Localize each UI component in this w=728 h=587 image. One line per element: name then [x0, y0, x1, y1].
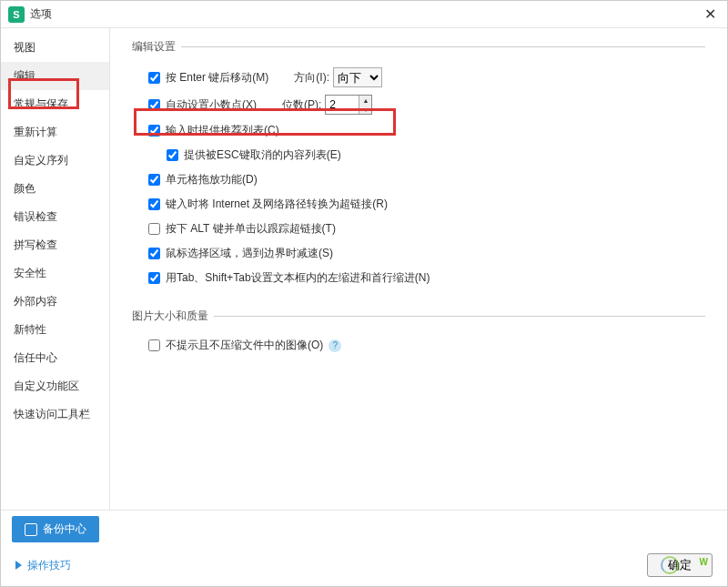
backup-center-label: 备份中心 [43, 521, 86, 537]
mouse-slow-label: 鼠标选择区域，遇到边界时减速(S) [166, 246, 333, 261]
footer: 备份中心 操作技巧 确定 W [1, 510, 727, 586]
no-compress-label: 不提示且不压缩文件中的图像(O) [166, 338, 323, 353]
hyperlink-label: 键入时将 Internet 及网络路径转换为超链接(R) [166, 197, 388, 212]
no-compress-checkbox[interactable] [148, 339, 160, 351]
esc-list-checkbox[interactable] [167, 149, 178, 161]
input-suggest-label: 输入时提供推荐列表(C) [166, 123, 279, 138]
tab-indent-label: 用Tab、Shift+Tab设置文本框内的左缩进和首行缩进(N) [166, 270, 430, 286]
content-panel: 编辑设置 按 Enter 键后移动(M) 方向(I): 向下 自动设置小数点(X… [110, 28, 727, 510]
close-button[interactable]: ✕ [701, 5, 720, 23]
backup-icon [25, 523, 37, 536]
watermark-circle-icon [661, 556, 679, 574]
tips-link[interactable]: 操作技巧 [15, 558, 71, 573]
backup-center-button[interactable]: 备份中心 [12, 516, 99, 542]
sidebar-item-recalc[interactable]: 重新计算 [1, 118, 109, 147]
drag-drop-checkbox[interactable] [148, 174, 160, 186]
direction-label: 方向(I): [294, 70, 329, 86]
esc-list-label: 提供被ESC键取消的内容列表(E) [184, 147, 341, 163]
digits-label: 位数(P): [282, 97, 321, 113]
mouse-slow-checkbox[interactable] [148, 248, 160, 259]
sidebar-item-color[interactable]: 颜色 [1, 175, 109, 203]
ok-button[interactable]: 确定 W [647, 553, 713, 577]
alt-track-label: 按下 ALT 键并单击以跟踪超链接(T) [166, 221, 336, 237]
edit-settings-group: 编辑设置 按 Enter 键后移动(M) 方向(I): 向下 自动设置小数点(X… [132, 39, 705, 296]
help-icon[interactable]: ? [329, 339, 341, 352]
digits-input[interactable] [326, 96, 359, 114]
sidebar-item-view[interactable]: 视图 [1, 34, 109, 62]
enter-move-checkbox[interactable] [148, 72, 160, 84]
image-quality-legend: 图片大小和质量 [132, 309, 214, 324]
sidebar-item-edit[interactable]: 编辑 [1, 62, 109, 90]
watermark-text: W [700, 557, 708, 567]
sidebar-item-external[interactable]: 外部内容 [1, 288, 109, 316]
sidebar: 视图 编辑 常规与保存 重新计算 自定义序列 颜色 错误检查 拼写检查 安全性 … [1, 28, 110, 510]
sidebar-item-custom-seq[interactable]: 自定义序列 [1, 147, 109, 175]
tab-indent-checkbox[interactable] [148, 272, 160, 284]
app-icon: S [8, 6, 25, 23]
auto-decimal-checkbox[interactable] [148, 99, 160, 111]
sidebar-item-spell-check[interactable]: 拼写检查 [1, 231, 109, 259]
sidebar-item-security[interactable]: 安全性 [1, 259, 109, 288]
hyperlink-checkbox[interactable] [148, 198, 160, 210]
auto-decimal-label: 自动设置小数点(X) [166, 97, 257, 113]
sidebar-item-custom-ribbon[interactable]: 自定义功能区 [1, 372, 109, 400]
sidebar-item-new-features[interactable]: 新特性 [1, 316, 109, 344]
digits-up-button[interactable]: ▲ [359, 96, 371, 105]
play-icon [15, 561, 22, 570]
image-quality-group: 图片大小和质量 不提示且不压缩文件中的图像(O) ? [132, 309, 705, 363]
titlebar: S 选项 ✕ [1, 1, 727, 28]
sidebar-item-quick-access[interactable]: 快速访问工具栏 [1, 400, 109, 429]
window-title: 选项 [30, 6, 701, 22]
sidebar-item-error-check[interactable]: 错误检查 [1, 203, 109, 231]
digits-down-button[interactable]: ▼ [359, 105, 371, 114]
tips-label: 操作技巧 [27, 558, 71, 573]
sidebar-item-trust-center[interactable]: 信任中心 [1, 344, 109, 372]
input-suggest-checkbox[interactable] [148, 125, 160, 137]
enter-move-label: 按 Enter 键后移动(M) [166, 70, 268, 86]
digits-spinner[interactable]: ▲ ▼ [325, 95, 372, 115]
alt-track-checkbox[interactable] [148, 223, 160, 235]
sidebar-item-general-save[interactable]: 常规与保存 [1, 90, 109, 118]
edit-settings-legend: 编辑设置 [132, 39, 181, 55]
direction-select[interactable]: 向下 [333, 67, 382, 87]
drag-drop-label: 单元格拖放功能(D) [166, 172, 258, 187]
